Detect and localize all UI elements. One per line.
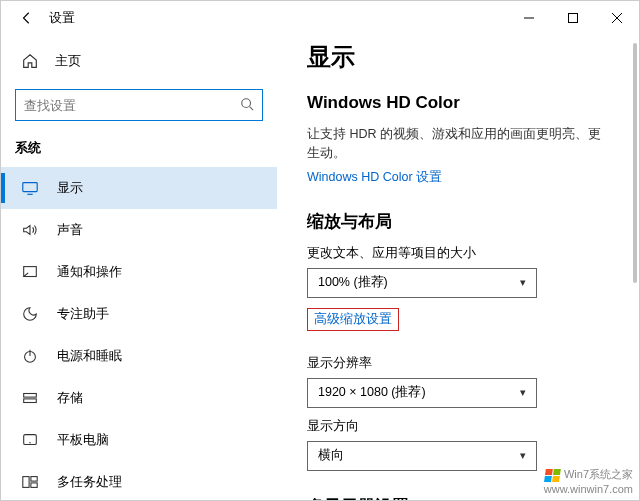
- home-label: 主页: [55, 52, 81, 70]
- search-input[interactable]: [24, 98, 240, 113]
- tablet-icon: [21, 431, 39, 449]
- sidebar-item-notifications[interactable]: 通知和操作: [1, 251, 277, 293]
- svg-line-5: [250, 106, 254, 110]
- content-area: 显示 Windows HD Color 让支持 HDR 的视频、游戏和应用的画面…: [277, 35, 639, 500]
- svg-rect-15: [23, 477, 29, 488]
- orientation-value: 横向: [318, 447, 344, 464]
- sidebar-item-focus[interactable]: 专注助手: [1, 293, 277, 335]
- sidebar-item-label: 通知和操作: [57, 263, 122, 281]
- svg-rect-16: [31, 477, 37, 482]
- advanced-scaling-link[interactable]: 高级缩放设置: [307, 308, 399, 331]
- resolution-value: 1920 × 1080 (推荐): [318, 384, 426, 401]
- sound-icon: [21, 221, 39, 239]
- storage-icon: [21, 389, 39, 407]
- scale-select[interactable]: 100% (推荐) ▾: [307, 268, 537, 298]
- svg-point-14: [29, 442, 30, 443]
- sidebar-item-multitask[interactable]: 多任务处理: [1, 461, 277, 500]
- chevron-down-icon: ▾: [520, 386, 526, 399]
- sidebar-item-label: 多任务处理: [57, 473, 122, 491]
- scale-value: 100% (推荐): [318, 274, 388, 291]
- scale-label: 更改文本、应用等项目的大小: [307, 245, 609, 262]
- page-title: 显示: [307, 41, 609, 73]
- orientation-select[interactable]: 横向 ▾: [307, 441, 537, 471]
- sidebar-item-label: 平板电脑: [57, 431, 109, 449]
- sidebar-item-label: 专注助手: [57, 305, 109, 323]
- back-button[interactable]: [9, 1, 45, 35]
- sidebar-item-label: 电源和睡眠: [57, 347, 122, 365]
- resolution-label: 显示分辨率: [307, 355, 609, 372]
- chevron-down-icon: ▾: [520, 449, 526, 462]
- multitask-icon: [21, 473, 39, 491]
- close-button[interactable]: [595, 1, 639, 35]
- scrollbar[interactable]: [633, 43, 637, 283]
- sidebar-item-tablet[interactable]: 平板电脑: [1, 419, 277, 461]
- svg-rect-6: [23, 183, 37, 192]
- multidisplay-heading: 多显示器设置: [307, 495, 609, 501]
- section-system-label: 系统: [1, 139, 277, 167]
- resolution-select[interactable]: 1920 × 1080 (推荐) ▾: [307, 378, 537, 408]
- sidebar-item-power[interactable]: 电源和睡眠: [1, 335, 277, 377]
- svg-rect-17: [31, 483, 37, 488]
- window-title: 设置: [49, 9, 507, 27]
- svg-point-4: [242, 98, 251, 107]
- svg-rect-11: [24, 394, 37, 398]
- svg-rect-12: [24, 399, 37, 403]
- sidebar-item-label: 声音: [57, 221, 83, 239]
- maximize-button[interactable]: [551, 1, 595, 35]
- power-icon: [21, 347, 39, 365]
- sidebar: 主页 系统 显示 声音: [1, 35, 277, 500]
- focus-icon: [21, 305, 39, 323]
- sidebar-item-storage[interactable]: 存储: [1, 377, 277, 419]
- svg-rect-1: [569, 14, 578, 23]
- home-icon: [21, 52, 39, 70]
- sidebar-item-label: 显示: [57, 179, 83, 197]
- home-link[interactable]: 主页: [1, 43, 277, 79]
- search-icon: [240, 97, 254, 114]
- search-input-container[interactable]: [15, 89, 263, 121]
- sidebar-item-label: 存储: [57, 389, 83, 407]
- hdcolor-description: 让支持 HDR 的视频、游戏和应用的画面更明亮、更生动。: [307, 125, 609, 163]
- hdcolor-settings-link[interactable]: Windows HD Color 设置: [307, 169, 609, 186]
- orientation-label: 显示方向: [307, 418, 609, 435]
- chevron-down-icon: ▾: [520, 276, 526, 289]
- sidebar-item-sound[interactable]: 声音: [1, 209, 277, 251]
- sidebar-item-display[interactable]: 显示: [1, 167, 277, 209]
- display-icon: [21, 179, 39, 197]
- scale-heading: 缩放与布局: [307, 210, 609, 233]
- hdcolor-heading: Windows HD Color: [307, 93, 609, 113]
- minimize-button[interactable]: [507, 1, 551, 35]
- notifications-icon: [21, 263, 39, 281]
